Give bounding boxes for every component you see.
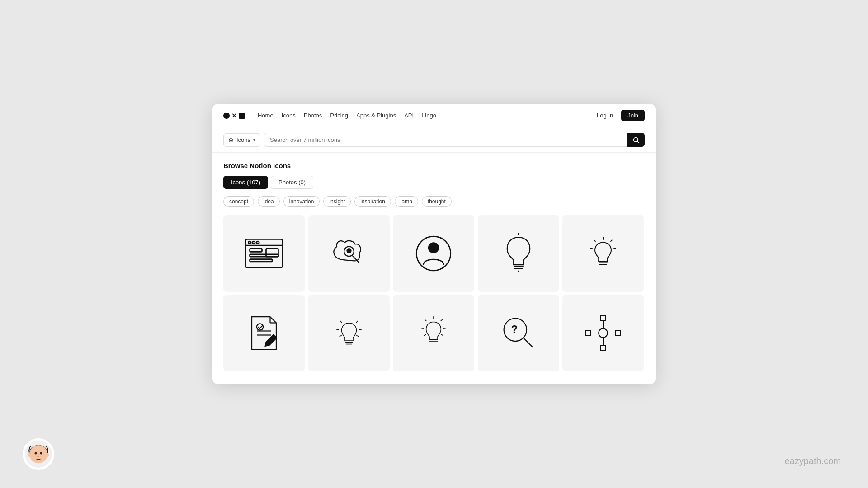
logo-square <box>239 113 245 119</box>
icon-cell-6[interactable] <box>223 295 305 371</box>
svg-line-45 <box>441 319 443 321</box>
svg-rect-10 <box>266 249 278 257</box>
logo-circle <box>223 113 230 119</box>
nav-icons[interactable]: Icons <box>282 112 296 119</box>
tab-photos[interactable]: Photos (0) <box>271 176 313 189</box>
content: Browse Notion Icons Icons (107) Photos (… <box>212 153 656 380</box>
browse-title: Browse Notion Icons <box>223 162 645 169</box>
svg-line-48 <box>424 334 426 335</box>
icon-cell-9[interactable]: ? <box>478 295 559 371</box>
icon-grid: ? <box>223 215 645 371</box>
svg-line-35 <box>340 321 342 323</box>
svg-rect-54 <box>586 330 591 335</box>
svg-point-67 <box>46 453 49 457</box>
svg-line-23 <box>594 240 596 242</box>
document-check-icon <box>244 313 284 353</box>
search-input[interactable] <box>264 133 645 147</box>
avatar <box>23 438 54 470</box>
search-type-selector[interactable]: ⊕ Icons ▾ <box>223 133 260 147</box>
svg-point-15 <box>429 243 439 253</box>
svg-line-46 <box>421 328 424 328</box>
search-icon <box>632 136 640 144</box>
svg-line-44 <box>425 319 427 321</box>
nav-pricing[interactable]: Pricing <box>330 112 348 119</box>
nav-more[interactable]: ... <box>444 112 449 119</box>
svg-point-64 <box>35 452 37 455</box>
tag-concept[interactable]: concept <box>223 196 254 207</box>
svg-point-13 <box>347 249 351 253</box>
search-input-wrap <box>264 133 645 147</box>
svg-point-5 <box>253 241 255 244</box>
icon-cell-2[interactable] <box>308 215 390 292</box>
svg-point-66 <box>28 453 31 457</box>
svg-rect-55 <box>615 330 620 335</box>
svg-line-49 <box>441 334 443 335</box>
tag-innovation[interactable]: innovation <box>283 196 320 207</box>
icon-cell-8[interactable] <box>393 295 474 371</box>
svg-point-6 <box>257 241 259 244</box>
svg-point-14 <box>416 236 451 271</box>
nav-links: Home Icons Photos Pricing Apps & Plugins… <box>258 112 449 119</box>
nav-left: ✕ Home Icons Photos Pricing Apps & Plugi… <box>223 112 449 119</box>
lightbulb-simple-icon <box>498 233 539 274</box>
watermark: eazypath.com <box>784 456 841 466</box>
network-hub-icon <box>583 313 623 353</box>
icons-emoji: ⊕ <box>228 136 234 144</box>
join-button[interactable]: Join <box>621 110 645 121</box>
icon-cell-4[interactable] <box>478 215 559 292</box>
nav-apps-plugins[interactable]: Apps & Plugins <box>356 112 396 119</box>
svg-line-36 <box>356 321 358 323</box>
svg-line-25 <box>590 248 593 249</box>
logo: ✕ <box>223 112 245 119</box>
tag-insight[interactable]: insight <box>323 196 351 207</box>
icon-cell-1[interactable] <box>223 215 305 292</box>
svg-point-53 <box>599 328 608 338</box>
tag-filters: concept idea innovation insight inspirat… <box>223 196 645 207</box>
brain-search-icon <box>329 233 369 274</box>
tag-idea[interactable]: idea <box>258 196 280 207</box>
nav-bar: ✕ Home Icons Photos Pricing Apps & Plugi… <box>212 104 656 127</box>
icon-cell-7[interactable] <box>308 295 390 371</box>
tag-lamp[interactable]: lamp <box>395 196 418 207</box>
nav-photos[interactable]: Photos <box>304 112 322 119</box>
avatar-face-icon <box>25 441 52 468</box>
svg-line-37 <box>336 329 339 330</box>
nav-home[interactable]: Home <box>258 112 274 119</box>
svg-rect-57 <box>601 345 606 350</box>
svg-line-47 <box>443 328 446 328</box>
lightbulb-animated-icon <box>329 313 369 353</box>
search-button[interactable] <box>627 133 645 147</box>
svg-line-40 <box>356 335 359 337</box>
svg-line-1 <box>637 141 639 143</box>
icon-cell-3[interactable] <box>393 215 474 292</box>
nav-api[interactable]: API <box>404 112 414 119</box>
search-type-label: Icons <box>236 136 250 143</box>
tab-icons[interactable]: Icons (107) <box>223 176 268 189</box>
search-bar: ⊕ Icons ▾ <box>212 127 656 153</box>
browser-window-icon <box>244 233 284 274</box>
svg-point-31 <box>257 324 263 330</box>
svg-text:?: ? <box>511 324 518 335</box>
icon-cell-10[interactable] <box>562 295 644 371</box>
logo-x: ✕ <box>231 112 237 119</box>
svg-rect-7 <box>250 249 262 252</box>
svg-rect-9 <box>250 259 273 262</box>
svg-line-51 <box>524 338 533 347</box>
svg-point-4 <box>249 241 251 244</box>
svg-rect-56 <box>601 316 606 321</box>
chevron-down-icon: ▾ <box>253 137 255 142</box>
nav-lingo[interactable]: Lingo <box>422 112 436 119</box>
svg-line-24 <box>611 240 613 242</box>
svg-line-38 <box>359 329 362 330</box>
icon-cell-5[interactable] <box>562 215 644 292</box>
svg-line-26 <box>613 248 616 249</box>
login-button[interactable]: Log In <box>593 110 617 121</box>
tabs: Icons (107) Photos (0) <box>223 176 645 189</box>
svg-point-0 <box>634 137 638 141</box>
lightbulb-rays-icon <box>583 233 623 274</box>
svg-line-39 <box>339 335 341 337</box>
tag-inspiration[interactable]: inspiration <box>354 196 391 207</box>
tag-thought[interactable]: thought <box>422 196 452 207</box>
person-location-icon <box>413 233 454 274</box>
svg-point-65 <box>40 452 42 455</box>
